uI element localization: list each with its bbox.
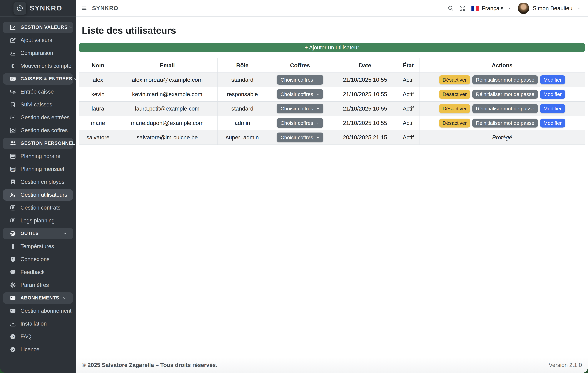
sidebar-logo: S SYNKRO [0,0,76,17]
download-icon [10,321,16,327]
add-user-button[interactable]: + Ajouter un utilisateur [79,43,585,53]
sidebar-item-faq[interactable]: ?FAQ [0,331,76,342]
column-header-nom: Nom [79,58,117,73]
sidebar-item-gestion-employes[interactable]: Gestion employés [0,176,76,188]
sidebar-item-licence[interactable]: Licence [0,344,76,355]
safe-icon [10,127,16,133]
svg-text:S: S [19,6,21,10]
sidebar-item-gestion-des-entrees[interactable]: Gestion des entrées [0,112,76,123]
cell-coffres: Choisir coffres [267,73,333,87]
calendar-week-icon [10,153,16,159]
sidebar-item-parametres[interactable]: Paramètres [0,279,76,291]
cell-state: Actif [397,130,420,145]
sidebar-item-label: Mouvements compte [21,63,71,69]
sidebar-item-planning-horaire[interactable]: Planning horaire [0,150,76,162]
sidebar-item-gestion-personnel[interactable]: GESTION PERSONNEL [3,138,73,149]
sidebar-item-logs-planning[interactable]: Logs planning [0,215,76,226]
calendar-month-icon: Aug [10,166,16,172]
chevron-down-icon [68,24,74,30]
sidebar-item-label: Licence [21,346,39,353]
s-logo-glyph: S [17,5,23,11]
main-column: SYNKRO Français Simon Beaulieu [76,0,588,373]
deactivate-button[interactable]: Désactiver [439,118,470,128]
sidebar-item-gestion-utilisateurs[interactable]: Gestion utilisateurs [3,189,73,201]
cell-email: marie.dupont@example.com [117,116,218,130]
sidebar-item-label: Entrée caisse [21,89,54,95]
cell-role: responsable [218,87,267,101]
column-header-actions: Actions [419,58,585,73]
reset-password-button[interactable]: Réinitialiser mot de passe [472,118,538,128]
choose-coffres-button[interactable]: Choisir coffres [277,133,323,142]
sidebar-item-ajout-valeurs[interactable]: Ajout valeurs [0,35,76,46]
sidebar-item-mouvements-compte[interactable]: €Mouvements compte [0,60,76,72]
sidebar-item-label: GESTION VALEURS [21,25,68,30]
sidebar-item-entree-caisse[interactable]: Entrée caisse [0,86,76,97]
sidebar-item-caisses-entrees[interactable]: CAISSES & ENTRÉES [3,73,73,85]
deactivate-button[interactable]: Désactiver [439,75,470,84]
fullscreen-icon[interactable] [459,5,465,11]
cell-actions: Désactiver Réinitialiser mot de passe Mo… [419,116,585,130]
navbar-left: SYNKRO [81,5,118,11]
sidebar-item-temperatures[interactable]: Températures [0,241,76,252]
footer-version: Version 2.1.0 [549,362,582,368]
cell-name: kevin [79,87,117,101]
table-row: mariemarie.dupont@example.comadmin Chois… [79,116,585,130]
table-row: kevinkevin.martin@example.comresponsable… [79,87,585,101]
row-actions: Désactiver Réinitialiser mot de passe Mo… [439,90,565,99]
cell-actions: Désactiver Réinitialiser mot de passe Mo… [419,101,585,116]
reset-password-button[interactable]: Réinitialiser mot de passe [472,75,538,84]
sidebar-item-gestion-des-coffres[interactable]: Gestion des coffres [0,125,76,136]
sidebar-item-label: OUTILS [21,231,39,236]
sidebar-item-comparaison[interactable]: Comparaison [0,47,76,59]
top-navbar: SYNKRO Français Simon Beaulieu [76,0,588,17]
sidebar-item-label: Gestion utilisateurs [21,192,67,198]
edit-button[interactable]: Modifier [540,90,565,99]
reset-password-button[interactable]: Réinitialiser mot de passe [472,104,538,113]
cell-date: 21/10/2025 10:55 [333,116,397,130]
app-shell: S SYNKRO GESTION VALEURSAjout valeursCom… [0,0,588,373]
sidebar-item-feedback[interactable]: Feedback [0,266,76,278]
cell-name: salvatore [79,130,117,145]
deactivate-button[interactable]: Désactiver [439,104,470,113]
sidebar-item-abonnements[interactable]: ABONNEMENTS [3,292,73,304]
sidebar-item-label: FAQ [21,333,32,340]
deactivate-button[interactable]: Désactiver [439,90,470,99]
choose-coffres-button[interactable]: Choisir coffres [277,104,323,113]
sidebar-item-label: Gestion des entrées [21,114,70,121]
sidebar-item-outils[interactable]: OUTILS [3,228,73,239]
table-row: alexalex.moreau@example.comstandard Choi… [79,73,585,87]
choose-coffres-button[interactable]: Choisir coffres [277,89,323,99]
sidebar-item-gestion-contrats[interactable]: Gestion contrats [0,202,76,213]
user-menu[interactable]: Simon Beaulieu [518,3,582,14]
chevron-down-icon [62,295,68,301]
choose-coffres-button[interactable]: Choisir coffres [277,118,323,128]
users-table: NomEmailRôleCoffresDateÉtatActions alexa… [79,58,585,145]
sidebar-item-installation[interactable]: Installation [0,318,76,330]
reset-password-button[interactable]: Réinitialiser mot de passe [472,90,538,99]
choose-coffres-button[interactable]: Choisir coffres [277,75,323,85]
sidebar-item-connexions[interactable]: Connexions [0,254,76,265]
user-name: Simon Beaulieu [533,5,573,11]
table-header-row: NomEmailRôleCoffresDateÉtatActions [79,58,585,73]
edit-button[interactable]: Modifier [540,75,565,84]
edit-button[interactable]: Modifier [540,118,565,128]
cell-email: salvatore@im-cuicne.be [117,130,218,145]
sidebar-item-suivi-caisses[interactable]: Suivi caisses [0,99,76,110]
cell-actions: Désactiver Réinitialiser mot de passe Mo… [419,73,585,87]
language-selector[interactable]: Français [471,5,512,11]
sidebar-item-planning-mensuel[interactable]: AugPlanning mensuel [0,163,76,175]
cell-coffres: Choisir coffres [267,116,333,130]
cell-email: kevin.martin@example.com [117,87,218,101]
search-icon[interactable] [448,5,454,11]
chart-line-icon [10,24,16,30]
gear-icon [10,282,16,288]
tools-icon [10,231,16,236]
sidebar: S SYNKRO GESTION VALEURSAjout valeursCom… [0,0,76,373]
sidebar-item-label: Installation [21,320,47,327]
sidebar-item-gestion-valeurs[interactable]: GESTION VALEURS [3,22,73,33]
sidebar-item-label: ABONNEMENTS [21,295,59,301]
sidebar-item-gestion-abonnement[interactable]: Gestion abonnement [0,305,76,317]
menu-icon[interactable] [81,5,87,11]
person-badge-icon [10,179,16,185]
edit-button[interactable]: Modifier [540,104,565,113]
